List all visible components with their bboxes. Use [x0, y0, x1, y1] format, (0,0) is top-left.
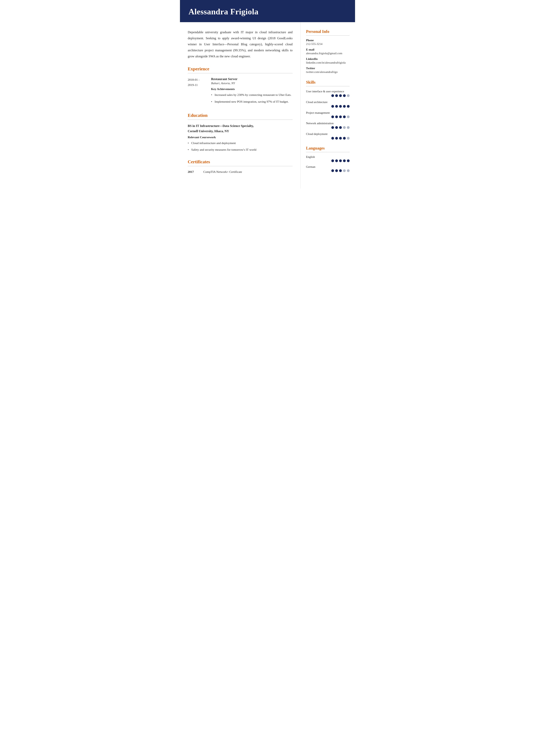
linkedin-label: LinkedIn [306, 57, 350, 61]
certificate-item: 2017 CompTIA Network+ Certificate [188, 170, 293, 174]
language-item: German [306, 165, 350, 172]
skill-item: Project management [306, 111, 350, 119]
language-name: English [306, 155, 350, 159]
dot-filled [339, 126, 342, 129]
language-name: German [306, 165, 350, 169]
skill-dots [306, 137, 350, 140]
education-title: Education [188, 113, 293, 118]
linkedin-value: linkedin.com/in/alessandrafrigiola [306, 61, 350, 64]
experience-section: Experience 2018-01 - 2019-11 Restaurant … [188, 66, 293, 106]
language-dots [306, 169, 350, 172]
language-dots [306, 159, 350, 162]
dot-filled [347, 159, 350, 162]
dot-empty [343, 126, 346, 129]
twitter-value: twitter.com/alessandrafrigo [306, 70, 350, 74]
languages-title: Languages [306, 146, 350, 150]
skill-dots [306, 94, 350, 97]
personal-info-section: Personal Info Phone 212-555-3214 E-mail … [306, 29, 350, 74]
dot-filled [343, 105, 346, 108]
skill-name: Cloud architecture [306, 100, 350, 104]
skills-section: Skills User interface & user experienceC… [306, 80, 350, 140]
summary-text: Dependable university graduate with IT m… [188, 29, 293, 59]
skill-dots [306, 126, 350, 129]
skills-title: Skills [306, 80, 350, 85]
dot-filled [331, 137, 334, 140]
personal-info-divider [306, 35, 350, 36]
certificates-section: Certificates 2017 CompTIA Network+ Certi… [188, 159, 293, 174]
university-name: Cornell University, Ithaca, NY [188, 129, 293, 133]
email-value: alessandra.frigiola@gmail.com [306, 52, 350, 55]
education-divider [188, 120, 293, 120]
skill-item: Cloud architecture [306, 100, 350, 108]
exp-details: Restaurant Server Bahari, Astoria, NY Ke… [211, 77, 293, 106]
email-label: E-mail [306, 48, 350, 51]
dot-filled [335, 94, 338, 97]
exp-title: Restaurant Server [211, 77, 293, 81]
exp-date-end: 2019-11 [188, 82, 211, 88]
exp-dates: 2018-01 - 2019-11 [188, 77, 211, 106]
achievements-label: Key Achievements [211, 87, 293, 91]
dot-filled [331, 159, 334, 162]
skills-container: User interface & user experienceCloud ar… [306, 90, 350, 140]
skill-name: Cloud deployment [306, 132, 350, 136]
achievement-item: Implemented new POS integration, saving … [211, 99, 293, 104]
language-item: English [306, 155, 350, 162]
dot-empty [347, 169, 350, 172]
dot-filled [331, 116, 334, 118]
experience-title: Experience [188, 66, 293, 71]
dot-empty [347, 137, 350, 140]
header: Alessandra Frigiola [180, 0, 355, 22]
dot-filled [335, 105, 338, 108]
personal-info-items: Phone 212-555-3214 E-mail alessandra.fri… [306, 39, 350, 74]
skill-item: Cloud deployment [306, 132, 350, 140]
course-item: Cloud infrastructure and deployment [188, 141, 293, 146]
phone-value: 212-555-3214 [306, 42, 350, 46]
cert-year: 2017 [188, 170, 203, 174]
dot-filled [343, 94, 346, 97]
dot-filled [339, 94, 342, 97]
certificates-title: Certificates [188, 159, 293, 164]
dot-empty [347, 94, 350, 97]
skill-name: Network administration [306, 121, 350, 125]
content-wrapper: Dependable university graduate with IT m… [180, 22, 355, 188]
languages-section: Languages EnglishGerman [306, 146, 350, 172]
dot-filled [331, 105, 334, 108]
dot-filled [339, 116, 342, 118]
dot-filled [331, 94, 334, 97]
education-section: Education BS in IT Infrastructure—Data S… [188, 113, 293, 152]
coursework-list: Cloud infrastructure and deployment Safe… [188, 141, 293, 152]
coursework-label: Relevant Coursework [188, 135, 293, 139]
dot-filled [339, 137, 342, 140]
course-item: Safety and security measures for tomorro… [188, 147, 293, 152]
personal-info-title: Personal Info [306, 29, 350, 34]
dot-empty [343, 169, 346, 172]
dot-filled [331, 169, 334, 172]
certificates-divider [188, 166, 293, 166]
skill-item: User interface & user experience [306, 90, 350, 97]
skill-name: Project management [306, 111, 350, 115]
degree-title: BS in IT Infrastructure—Data Science Spe… [188, 123, 293, 128]
main-column: Dependable university graduate with IT m… [180, 22, 300, 188]
education-details: BS in IT Infrastructure—Data Science Spe… [188, 123, 293, 152]
phone-label: Phone [306, 39, 350, 42]
dot-filled [335, 116, 338, 118]
dot-empty [347, 126, 350, 129]
dot-filled [335, 159, 338, 162]
skill-dots [306, 105, 350, 108]
experience-divider [188, 73, 293, 73]
experience-item: 2018-01 - 2019-11 Restaurant Server Baha… [188, 77, 293, 106]
dot-filled [343, 159, 346, 162]
dot-empty [347, 116, 350, 118]
skill-item: Network administration [306, 121, 350, 129]
skill-name: User interface & user experience [306, 90, 350, 94]
dot-filled [339, 159, 342, 162]
dot-filled [339, 169, 342, 172]
dot-filled [343, 137, 346, 140]
dot-filled [343, 116, 346, 118]
exp-company: Bahari, Astoria, NY [211, 81, 293, 85]
dot-filled [339, 105, 342, 108]
dot-filled [335, 126, 338, 129]
twitter-label: Twitter [306, 67, 350, 70]
achievement-item: Increased sales by 230% by connecting re… [211, 92, 293, 97]
dot-filled [335, 169, 338, 172]
